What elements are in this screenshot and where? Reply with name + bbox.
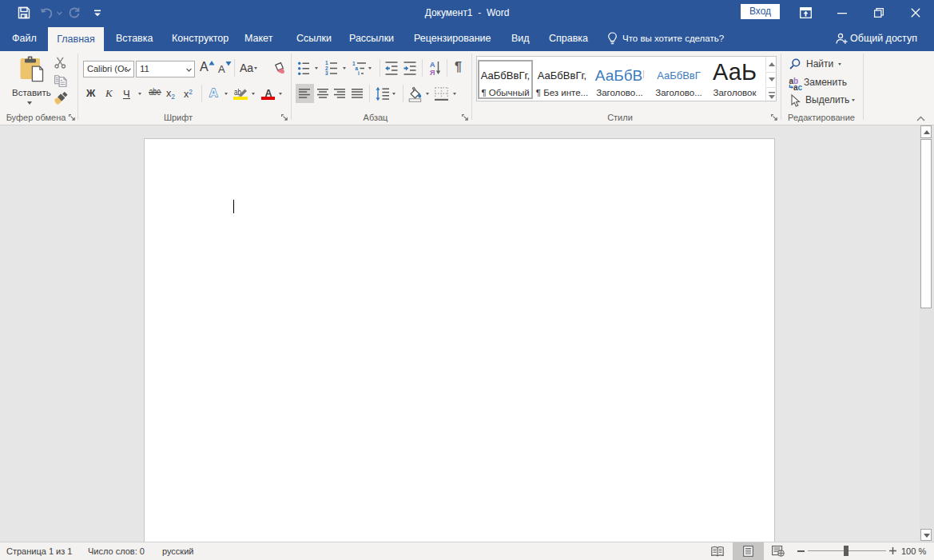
svg-text:i: i	[358, 70, 360, 76]
svg-text:A: A	[209, 86, 218, 99]
svg-text:А: А	[430, 61, 435, 69]
svg-text:Я: Я	[430, 69, 435, 77]
svg-text:ac: ac	[793, 83, 803, 92]
svg-text:3: 3	[325, 70, 328, 76]
